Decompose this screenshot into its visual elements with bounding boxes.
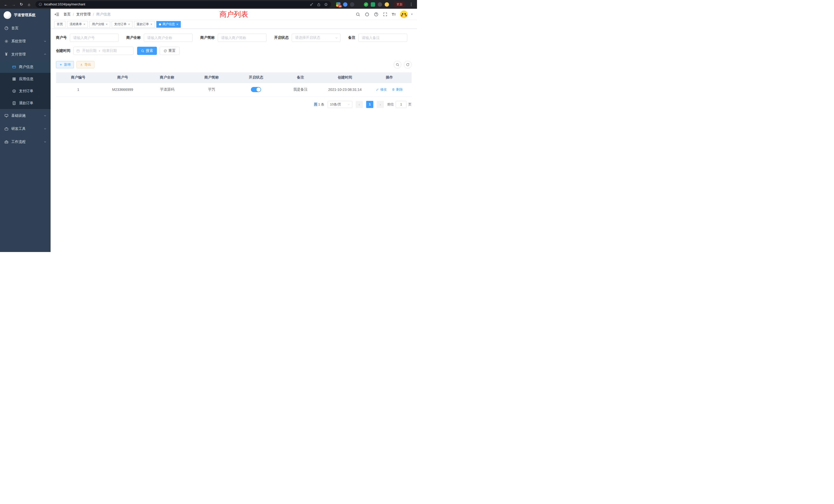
calendar-icon [76,49,80,53]
toggle-search-button[interactable] [394,61,401,69]
breadcrumb-home[interactable]: 首页 [63,12,71,17]
tab-refund-order[interactable]: 退款订单 × [134,21,155,28]
tab-process-form[interactable]: 流程表单 × [67,21,88,28]
key-icon[interactable] [310,3,313,6]
status-toggle[interactable] [251,87,261,92]
extensions-menu-icon[interactable]: 10 [336,2,341,7]
close-icon[interactable]: × [151,23,152,26]
browser-menu-icon[interactable]: ⋮ [408,2,414,7]
reset-button[interactable]: 重置 [160,47,179,55]
full-name-label: 商户全称 [126,36,141,40]
breadcrumb-current: 商户信息 [96,12,111,17]
page-content: 商户号 商户全称 商户简称 开启状态 请选择开启状态 [50,29,417,252]
bookmark-star-icon[interactable] [324,3,328,6]
dashboard-icon [4,26,8,30]
cell-merchant-no: M233666999 [101,83,145,96]
merchant-no-input[interactable] [70,33,118,42]
short-name-input[interactable] [218,33,266,42]
pencil-icon [376,88,379,91]
breadcrumb: 首页 / 支付管理 / 商户信息 [63,12,111,17]
browser-back-button[interactable]: ← [3,1,9,8]
monitor-icon [4,113,8,118]
refresh-table-button[interactable] [404,61,412,69]
full-name-input[interactable] [144,33,193,42]
extension-check-icon[interactable]: ✓ [364,2,368,7]
address-bar[interactable]: localhost:1024/pay/merchant [36,1,331,8]
export-button[interactable]: 导出 [76,61,94,68]
yen-icon: ¥ [4,52,8,56]
tab-pay-order[interactable]: 支付订单 × [112,21,132,28]
sidebar-item-pay[interactable]: ¥ 支付管理 [0,48,50,61]
table-header-row: 商户编号 商户号 商户全称 商户简称 开启状态 备注 创建时间 操作 [56,72,412,83]
add-button[interactable]: 新增 [56,61,74,68]
sidebar-item-system[interactable]: 系统管理 [0,35,50,48]
col-create-time: 创建时间 [323,72,367,83]
browser-forward-button[interactable]: → [10,1,17,8]
fullscreen-icon[interactable] [383,12,388,17]
app-logo[interactable]: 芋道管理系统 [0,9,50,22]
sidebar-item-pay-order[interactable]: 支付订单 [0,85,50,97]
status-label: 开启状态 [274,36,289,40]
help-icon[interactable] [374,12,378,17]
browser-home-button[interactable]: ⌂ [26,1,32,8]
cell-merchant-id: 1 [56,83,101,96]
search-icon[interactable] [356,12,360,17]
font-size-icon[interactable]: TT [392,12,396,16]
breadcrumb-pay[interactable]: 支付管理 [76,12,91,17]
extension-dark-icon[interactable] [350,2,354,7]
prev-page-button[interactable]: ‹ [356,101,363,108]
start-date-placeholder: 开始日期 [82,48,96,53]
sidebar-item-infra[interactable]: 基础设施 [0,109,50,122]
sidebar: 芋道管理系统 首页 系统管理 ¥ 支付管理 [0,9,50,252]
chevron-down-icon [335,37,338,39]
extension-blue-icon[interactable] [343,2,347,7]
close-icon[interactable]: × [106,23,108,26]
current-page-button[interactable]: 1 [366,101,373,108]
caret-down-icon[interactable]: ▼ [411,13,413,16]
chevron-down-icon [44,114,46,117]
total-count: 共 1 条 [314,102,324,107]
extension-avatar-icon[interactable] [357,2,361,7]
tags-view: 首页 流程表单 × 用户分组 × 支付订单 × 退款订单 × 商户信息 × [50,20,417,29]
create-time-range-picker[interactable]: 开始日期 - 结束日期 [73,47,133,55]
breadcrumb-separator: / [73,12,74,17]
chevron-up-icon [44,53,46,56]
browser-reload-button[interactable]: ↻ [18,1,25,8]
sidebar-item-home[interactable]: 首页 [0,22,50,35]
page-size-select[interactable]: 10条/页 [328,101,352,108]
sidebar-item-workflow[interactable]: 工作流程 [0,135,50,148]
sidebar-fold-icon[interactable] [54,12,60,17]
avatar[interactable] [400,10,408,18]
briefcase-icon [4,140,8,144]
tab-user-group[interactable]: 用户分组 × [89,21,110,28]
extension-smiley-icon[interactable] [385,2,389,7]
tab-home[interactable]: 首页 [54,21,65,28]
cell-remark: 我是备注 [278,83,323,96]
cell-full-name: 芋道源码 [145,83,189,96]
status-select[interactable]: 请选择开启状态 [292,33,341,42]
delete-button[interactable]: 删除 [392,87,403,92]
remark-label: 备注 [348,36,355,40]
sidebar-item-app-info[interactable]: 应用信息 [0,73,50,85]
close-icon[interactable]: × [84,23,85,26]
github-icon[interactable] [365,12,370,17]
cell-status [234,83,278,96]
search-button[interactable]: 搜索 [137,47,157,55]
close-icon[interactable]: × [128,23,130,26]
active-dot [159,23,161,25]
goto-page-input[interactable] [396,101,407,108]
next-page-button[interactable]: › [377,101,384,108]
browser-update-button[interactable]: 更新 [394,1,405,8]
sidebar-item-merchant-info[interactable]: 商户信息 [0,61,50,73]
share-icon[interactable] [317,3,321,6]
close-icon[interactable]: × [176,23,178,26]
sidebar-item-refund-order[interactable]: 退款订单 [0,97,50,109]
sidebar-item-devtools[interactable]: 研发工具 [0,122,50,135]
edit-button[interactable]: 修改 [376,87,387,92]
extension-green-icon[interactable] [371,2,375,7]
col-short-name: 商户简称 [189,72,234,83]
tab-merchant-info[interactable]: 商户信息 × [156,21,181,28]
extension-pinwheel-icon[interactable] [378,2,382,7]
col-actions: 操作 [367,72,412,83]
remark-input[interactable] [358,33,407,42]
